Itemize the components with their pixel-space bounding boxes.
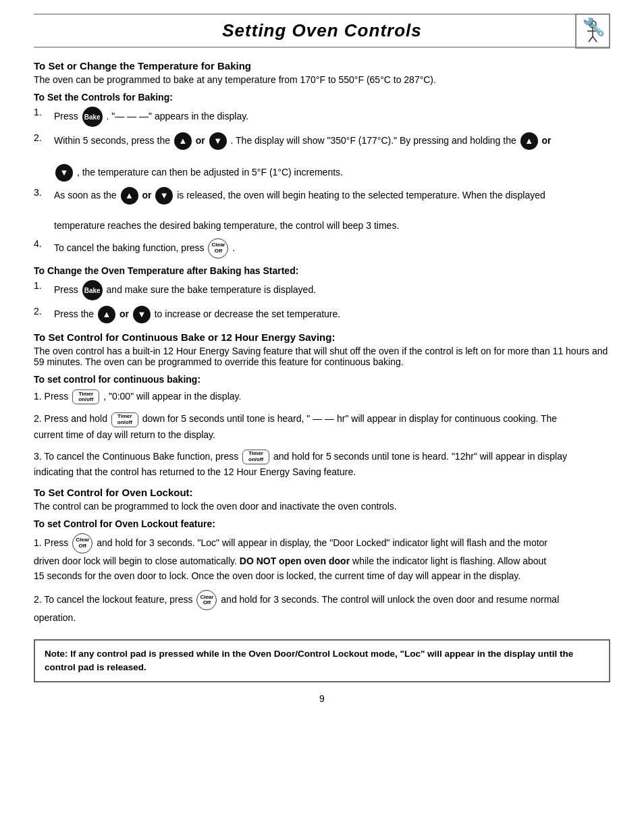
section3-title: To Set Control for Oven Lockout: xyxy=(34,487,610,498)
cont-step-2: 2. Press and hold Timeron/off down for 5… xyxy=(34,411,610,442)
clearoff-button-3: ClearOff xyxy=(196,590,217,610)
subsection3-title: To set control for continuous baking: xyxy=(34,374,610,385)
step-num-2: 2. xyxy=(34,132,54,143)
cont-step-3: 3. To cancel the Continuous Bake functio… xyxy=(34,449,610,480)
cont-step1-after: , "0:00" will appear in the display. xyxy=(103,391,241,402)
cont-step3-after2: indicating that the control has returned… xyxy=(34,466,356,477)
header: Setting Oven Controls 🔧 xyxy=(34,14,610,48)
section2-title: To Set Control for Continuous Bake or 12… xyxy=(34,331,610,343)
lockout-step2-after: and hold for 3 seconds. The control will… xyxy=(221,594,559,605)
change-step2-content: Press the ▲ or ▼ to increase or decrease… xyxy=(54,306,610,323)
cont-step2-after: down for 5 seconds until tone is heard, … xyxy=(142,413,557,424)
lockout-step1-text: 1. Press xyxy=(34,537,71,547)
note-box: Note: If any control pad is pressed whil… xyxy=(34,639,610,683)
bake-button-2: Bake xyxy=(82,280,103,300)
clearoff-button: ClearOff xyxy=(208,238,228,259)
step-num-3: 3. xyxy=(34,187,54,198)
lockout-step1-line3: 15 seconds for the oven door to lock. On… xyxy=(34,570,520,581)
section2-subtitle: The oven control has a built-in 12 Hour … xyxy=(34,346,610,367)
bake-button: Bake xyxy=(82,107,103,127)
timer-button-2: Timeron/off xyxy=(111,412,138,427)
change-temp-step-1: 1. Press Bake and make sure the bake tem… xyxy=(34,280,610,300)
cont-step-1: 1. Press Timeron/off , "0:00" will appea… xyxy=(34,389,610,404)
arrow-down-button-3: ▼ xyxy=(155,187,173,205)
page-number: 9 xyxy=(34,693,610,704)
lockout-step1-line2b: while the indicator light is flashing. A… xyxy=(352,556,546,566)
arrow-up-button-2: ▲ xyxy=(520,132,538,150)
arrow-up-button-3: ▲ xyxy=(121,187,138,205)
svg-line-3 xyxy=(589,36,593,42)
section-continuous-bake: To Set Control for Continuous Bake or 12… xyxy=(34,331,610,480)
header-icon: 🔧 xyxy=(575,14,610,49)
lockout-step1-line2: driven door lock will begin to close aut… xyxy=(34,556,240,566)
arrow-up-button-4: ▲ xyxy=(98,306,115,323)
subsection4-title: To set Control for Oven Lockout feature: xyxy=(34,518,610,529)
step3-content: As soon as the ▲ or ▼ is released, the o… xyxy=(54,187,610,233)
section-baking: To Set or Change the Temperature for Bak… xyxy=(34,60,610,323)
lockout-bold: DO NOT open oven door xyxy=(240,556,350,566)
lockout-step-1: 1. Press ClearOff and hold for 3 seconds… xyxy=(34,533,610,584)
svg-line-4 xyxy=(593,36,597,42)
cont-step3-after: and hold for 5 seconds until tone is hea… xyxy=(273,451,567,462)
step4-content: To cancel the baking function, press Cle… xyxy=(54,238,610,259)
arrow-up-button: ▲ xyxy=(174,132,192,150)
step-num-4: 4. xyxy=(34,238,54,249)
timer-button-3: Timeron/off xyxy=(242,450,269,464)
clearoff-button-2: ClearOff xyxy=(72,533,92,554)
svg-text:🔧: 🔧 xyxy=(582,18,606,37)
section3-subtitle: The control can be programmed to lock th… xyxy=(34,501,610,512)
step-num-1: 1. xyxy=(34,107,54,117)
cont-step2-after2: current time of day will return to the d… xyxy=(34,429,215,440)
lockout-step1-after: and hold for 3 seconds. "Loc" will appea… xyxy=(97,537,547,547)
page-title: Setting Oven Controls xyxy=(222,20,421,41)
bake-step-2: 2. Within 5 seconds, press the ▲ or ▼ . … xyxy=(34,132,610,182)
cont-step1-text: 1. Press xyxy=(34,391,71,402)
lockout-step2-line2: operation. xyxy=(34,612,76,623)
change-temp-step-2: 2. Press the ▲ or ▼ to increase or decre… xyxy=(34,306,610,323)
bake-step-4: 4. To cancel the baking function, press … xyxy=(34,238,610,259)
change-step-num-1: 1. xyxy=(34,280,54,291)
section-lockout: To Set Control for Oven Lockout: The con… xyxy=(34,487,610,626)
bake-step-3: 3. As soon as the ▲ or ▼ is released, th… xyxy=(34,187,610,233)
arrow-down-button-2: ▼ xyxy=(55,164,73,182)
arrow-down-button: ▼ xyxy=(209,132,227,150)
subsection1-title: To Set the Controls for Baking: xyxy=(34,92,610,103)
cont-step3-text: 3. To cancel the Continuous Bake functio… xyxy=(34,451,241,462)
change-step1-content: Press Bake and make sure the bake temper… xyxy=(54,280,610,300)
step1-content: Press Bake . "— — —" appears in the disp… xyxy=(54,107,610,127)
change-step-num-2: 2. xyxy=(34,306,54,317)
page: Setting Oven Controls 🔧 To Set or Change… xyxy=(0,0,644,837)
lockout-step2-text: 2. To cancel the lockout feature, press xyxy=(34,594,195,605)
timer-button: Timeron/off xyxy=(72,389,99,404)
arrow-down-button-4: ▼ xyxy=(133,306,151,323)
bake-step-1: 1. Press Bake . "— — —" appears in the d… xyxy=(34,107,610,127)
step2-content: Within 5 seconds, press the ▲ or ▼ . The… xyxy=(54,132,610,182)
lockout-step-2: 2. To cancel the lockout feature, press … xyxy=(34,590,610,625)
note-text: Note: If any control pad is pressed whil… xyxy=(45,649,573,672)
subsection2-title: To Change the Oven Temperature after Bak… xyxy=(34,265,610,276)
section1-title: To Set or Change the Temperature for Bak… xyxy=(34,60,610,72)
cont-step2-text: 2. Press and hold xyxy=(34,413,110,424)
section1-subtitle: The oven can be programmed to bake at an… xyxy=(34,74,610,85)
